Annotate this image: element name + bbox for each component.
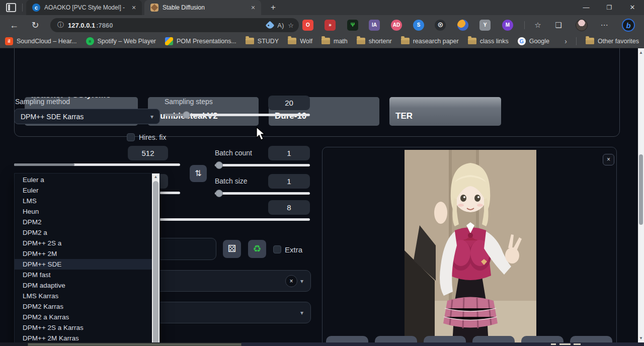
profile-avatar[interactable] [576, 19, 588, 31]
sampler-option[interactable]: DPM2 a Karras [15, 312, 152, 322]
clear-styles-icon[interactable]: × [285, 275, 297, 287]
window-restore-button[interactable]: ❐ [602, 2, 617, 13]
batch-size-slider[interactable] [215, 192, 310, 195]
folder-icon [468, 38, 476, 44]
sampler-option[interactable]: DPM++ 2S a [15, 238, 152, 248]
favorites-bar-icon[interactable]: ☆ [532, 20, 543, 31]
address-bar[interactable]: ⓘ 127.0.0.1:7860 A) ☆ [50, 18, 299, 32]
scrollbar-thumb[interactable] [639, 154, 643, 225]
sampler-option[interactable]: LMS Karras [15, 291, 152, 301]
extension-icon-7[interactable] [457, 20, 468, 31]
reuse-seed-button[interactable]: ♻ [248, 240, 266, 258]
tab-civitai[interactable]: c AOAOKO [PVC Style Model] - PV × [26, 0, 142, 15]
extension-icon-3[interactable]: IA [369, 20, 380, 31]
google-icon: G [518, 37, 526, 45]
more-menu-icon[interactable]: ⋯ [599, 20, 610, 31]
bookmark-other-favorites[interactable]: Other favorites [586, 38, 639, 45]
sampler-option[interactable]: DPM fast [15, 270, 152, 280]
width-input[interactable]: 512 [128, 146, 168, 160]
generated-image[interactable] [405, 150, 536, 342]
gallery-action-button[interactable] [424, 336, 466, 342]
extension-icon-9[interactable]: M [502, 20, 513, 31]
scroll-up-icon[interactable]: ▲ [152, 174, 159, 181]
sampler-option[interactable]: DPM++ 2S a Karras [15, 322, 152, 333]
extension-icon-4[interactable]: AD [391, 20, 402, 31]
page-scrollbar[interactable]: ▲ ▼ [638, 48, 644, 342]
extension-icon-8[interactable]: Y [479, 20, 491, 31]
back-button[interactable]: ← [8, 19, 20, 31]
sampler-option[interactable]: LMS [15, 196, 152, 206]
sampler-option[interactable]: DPM adaptive [15, 280, 152, 291]
scroll-up-icon[interactable]: ▲ [638, 49, 644, 56]
extension-icon-0[interactable]: O [302, 20, 313, 31]
sampler-option[interactable]: DPM++ 2M [15, 248, 152, 259]
gallery-action-button[interactable] [472, 336, 515, 342]
sampler-option[interactable]: DPM2 [15, 217, 152, 227]
folder-icon [357, 38, 365, 44]
shopping-tag-icon[interactable] [266, 21, 275, 30]
extension-icon-1[interactable]: » [325, 20, 336, 31]
bookmark-spotify[interactable]: ≡Spotify – Web Player [86, 37, 156, 45]
soundcloud-icon: il [5, 37, 13, 45]
read-aloud-icon[interactable]: A) [277, 22, 284, 29]
bookmarks-overflow-chevron[interactable]: › [565, 37, 567, 45]
tab-strip: c AOAOKO [PVC Style Model] - PV × Stable… [0, 0, 644, 15]
stable-diffusion-page: aoaokoPVCStyleMo del_pvcAOAOKO Bumbleste… [0, 48, 638, 342]
sampling-steps-slider[interactable] [165, 114, 310, 116]
close-image-icon[interactable]: × [603, 154, 614, 165]
tab-stable-diffusion[interactable]: Stable Diffusion × [144, 0, 261, 15]
bookmark-reasearch-paper[interactable]: reasearch paper [401, 38, 459, 45]
model-card-ter[interactable]: TER [389, 97, 501, 126]
hires-fix-checkbox[interactable] [127, 133, 135, 141]
bookmark-shortenr[interactable]: shortenr [357, 38, 392, 45]
extension-icon-5[interactable]: S [413, 20, 424, 31]
window-minimize-button[interactable]: — [579, 2, 594, 13]
tab-close-icon[interactable]: × [249, 4, 257, 12]
tab-switcher-icon[interactable] [6, 3, 16, 12]
new-tab-button[interactable]: + [268, 3, 278, 13]
gallery-action-button[interactable] [570, 336, 612, 342]
site-info-icon[interactable]: ⓘ [57, 21, 64, 30]
sampling-steps-input[interactable]: 20 [268, 96, 310, 110]
sampler-option[interactable]: Euler [15, 185, 152, 196]
bookmark-soundcloud[interactable]: ilSoundCloud – Hear... [5, 37, 77, 45]
sampler-option[interactable]: Euler a [15, 175, 152, 185]
batch-size-input[interactable]: 1 [268, 174, 310, 189]
random-seed-button[interactable]: ⚄ [223, 240, 241, 258]
bookmark-pom[interactable]: POM Presentations... [165, 37, 236, 45]
sampler-option[interactable]: Heun [15, 206, 152, 217]
sampler-option[interactable]: DPM2 a [15, 227, 152, 238]
bookmark-class-links[interactable]: class links [468, 38, 509, 45]
extra-seed-checkbox[interactable] [273, 245, 281, 253]
bookmark-wolf[interactable]: Wolf [288, 38, 312, 45]
sampling-method-select[interactable]: DPM++ SDE Karras ▾ [14, 109, 160, 124]
popup-scrollbar[interactable]: ▲ ▼ [152, 174, 159, 342]
sampler-option[interactable]: DPM2 Karras [15, 301, 152, 312]
swap-dimensions-button[interactable]: ⇅ [190, 165, 207, 182]
extension-icon-6[interactable]: ⦿ [435, 20, 446, 31]
taskbar-segment [242, 342, 644, 346]
popup-scrollbar-thumb[interactable] [153, 181, 158, 342]
refresh-button[interactable]: ↻ [29, 19, 41, 31]
bookmark-google[interactable]: GGoogle [518, 37, 549, 45]
tab-close-icon[interactable]: × [130, 4, 138, 12]
extension-icon-2[interactable]: Ψ [347, 20, 358, 31]
batch-count-slider[interactable] [215, 164, 310, 166]
bookmark-math[interactable]: math [321, 38, 348, 45]
sampler-option-hovered[interactable]: DPM++ SDE [15, 259, 152, 270]
window-close-button[interactable]: ✕ [625, 2, 640, 13]
sampler-option[interactable]: DPM++ 2M Karras [15, 333, 152, 342]
bookmark-study[interactable]: STUDY [246, 38, 279, 45]
scroll-down-icon[interactable]: ▼ [638, 335, 644, 341]
collections-icon[interactable]: ❏ [553, 20, 564, 31]
cfg-scale-input[interactable]: 8 [268, 200, 310, 215]
folder-icon [321, 38, 330, 44]
chevron-down-icon: ▾ [300, 309, 303, 316]
gallery-action-button[interactable] [375, 336, 417, 342]
width-slider[interactable] [14, 163, 180, 166]
add-favorite-icon[interactable]: ☆ [288, 22, 294, 29]
batch-count-input[interactable]: 1 [268, 146, 310, 160]
bing-chat-icon[interactable]: b [622, 19, 635, 32]
gallery-action-button[interactable] [326, 336, 368, 342]
gallery-action-button[interactable] [521, 336, 564, 342]
